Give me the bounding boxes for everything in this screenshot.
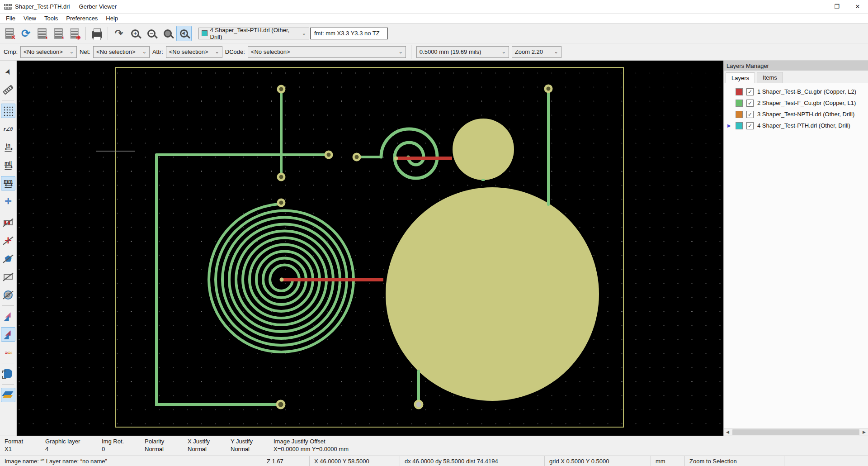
scrollbar-thumb[interactable]: [732, 429, 859, 435]
layer-row-3[interactable]: ✓ 3 Shaper_Test-NPTH.drl (Other, Drill): [724, 109, 868, 120]
active-layer-value: 4 Shaper_Test-PTH.drl (Other, Drill): [210, 27, 299, 40]
chevron-down-icon: ⌄: [215, 49, 219, 55]
filter-toolbar: Cmp: <No selection> ⌄ Net: <No selection…: [0, 43, 868, 61]
chevron-down-icon: ⌄: [502, 49, 506, 55]
gerber-canvas[interactable]: [17, 61, 723, 436]
menu-preferences[interactable]: Preferences: [62, 14, 102, 23]
layers-manager-panel: Layers Manager Layers Items ✓ 1 Shaper_T…: [723, 61, 868, 436]
polygon-slash-icon: ⬟: [2, 253, 14, 265]
layers-horizontal-scrollbar[interactable]: ◀ ▶: [724, 428, 868, 436]
sketch-lines-button[interactable]: ✛: [1, 233, 15, 248]
attr-value: <No selection>: [169, 48, 208, 55]
zoom-level-select[interactable]: Zoom 2.20 ⌄: [512, 46, 561, 58]
layer-color-swatch: [736, 111, 743, 118]
scroll-left-icon[interactable]: ◀: [724, 430, 731, 434]
show-dcodes-button[interactable]: D: [1, 288, 15, 302]
layer-color-swatch: [202, 30, 208, 36]
active-layer-select[interactable]: 4 Shaper_Test-PTH.drl (Other, Drill) ⌄: [198, 28, 309, 39]
layer-visibility-checkbox[interactable]: ✓: [746, 88, 754, 95]
layer-label: 2 Shaper_Test-F_Cu.gbr (Copper, L1): [757, 100, 856, 106]
layer-row-4[interactable]: ▶ ✓ 4 Shaper_Test-PTH.drl (Other, Drill): [724, 120, 868, 131]
polar-coordinates-button[interactable]: r∠θ: [1, 122, 15, 136]
open-job-file-button[interactable]: ⊕: [67, 26, 82, 41]
clear-all-layers-button[interactable]: ✕: [2, 26, 17, 41]
print-button[interactable]: [89, 26, 104, 41]
sketch-flashed-items-button[interactable]: [1, 215, 15, 230]
high-contrast-mode-button[interactable]: ≈≈: [1, 345, 15, 360]
toolbar-separator: [108, 27, 108, 40]
menu-tools[interactable]: Tools: [40, 14, 62, 23]
status-tool-hint: Zoom to Selection: [685, 456, 784, 466]
status-units: mm: [651, 456, 685, 466]
chevron-down-icon: ⌄: [302, 30, 306, 36]
layer-row-1[interactable]: ✓ 1 Shaper_Test-B_Cu.gbr (Copper, L2): [724, 86, 868, 97]
status-grid: grid X 0.5000 Y 0.5000: [545, 456, 651, 466]
cmp-select[interactable]: <No selection> ⌄: [20, 46, 77, 58]
menu-file[interactable]: File: [2, 14, 19, 23]
cursor-shape-button[interactable]: ✛: [1, 194, 15, 209]
measure-tool-button[interactable]: [1, 82, 15, 97]
sketch-polygons-button[interactable]: ⬟: [1, 252, 15, 266]
close-button[interactable]: ✕: [847, 0, 868, 13]
toolbar-separator: [195, 27, 195, 40]
ruler-icon: [3, 85, 14, 95]
toggle-grid-button[interactable]: [1, 104, 15, 118]
display-normal-mode-button[interactable]: ◢◢: [1, 309, 15, 323]
status-relative-position: dx 46.0000 dy 58.5000 dist 74.4194: [400, 456, 545, 466]
tab-layers[interactable]: Layers: [726, 72, 755, 83]
info-label: Img Rot.: [102, 438, 145, 445]
layer-visibility-checkbox[interactable]: ✓: [746, 100, 754, 107]
flip-view-button[interactable]: [1, 366, 15, 381]
select-tool-button[interactable]: ➤: [1, 64, 15, 79]
redraw-view-button[interactable]: ↷: [111, 26, 127, 41]
net-value: <No selection>: [96, 48, 136, 55]
crosshair-cursor-icon: ✛: [5, 196, 11, 206]
menu-bar: File View Tools Preferences Help: [0, 14, 868, 24]
units-mils-button[interactable]: mil⟷: [1, 158, 15, 172]
grid-size-select[interactable]: 0.5000 mm (19.69 mils) ⌄: [416, 46, 509, 58]
maximize-button[interactable]: ❐: [826, 0, 847, 13]
tangent-tick: [481, 179, 485, 181]
open-excellon-drill-files-button[interactable]: ◖: [51, 26, 66, 41]
layer-visibility-checkbox[interactable]: ✓: [746, 122, 754, 129]
units-mm-button[interactable]: mm⟷: [1, 176, 15, 190]
gerber-drawing: [17, 61, 723, 436]
open-gerber-files-button[interactable]: ◖: [34, 26, 50, 41]
gerber-info-bar: FormatX1 Graphic layer4 Img Rot.0 Polari…: [0, 436, 868, 456]
layers-manager-toggle-button[interactable]: [1, 388, 15, 402]
layer-label: 4 Shaper_Test-PTH.drl (Other, Drill): [757, 122, 850, 129]
zoom-to-selection-button[interactable]: ➤: [176, 26, 192, 41]
dcode-select[interactable]: <No selection> ⌄: [248, 46, 406, 58]
title-bar: Shaper_Test-PTH.drl — Gerber Viewer — ❐ …: [0, 0, 868, 14]
menu-help[interactable]: Help: [102, 14, 122, 23]
polar-coords-icon: r∠θ: [4, 126, 13, 132]
toolbar-separator: [2, 212, 14, 212]
attr-select[interactable]: <No selection> ⌄: [166, 46, 222, 58]
rectangle-slash-icon: [2, 271, 14, 283]
layers-stacked-icon: ◢◢: [3, 330, 14, 339]
flashed-items-slash-icon: [2, 217, 14, 228]
menu-view[interactable]: View: [19, 14, 40, 23]
open-badge-icon: ◖: [45, 35, 48, 40]
scroll-right-icon[interactable]: ▶: [860, 430, 868, 434]
info-value: Normal: [231, 446, 274, 452]
show-outlines-button[interactable]: [1, 270, 15, 284]
units-inches-button[interactable]: in⟷: [1, 140, 15, 154]
layer-visibility-checkbox[interactable]: ✓: [746, 111, 754, 118]
zoom-in-button[interactable]: +: [127, 26, 143, 41]
chevron-down-icon: ⌄: [554, 49, 558, 55]
layer-row-2[interactable]: ✓ 2 Shaper_Test-F_Cu.gbr (Copper, L1): [724, 97, 868, 109]
zoom-to-fit-button[interactable]: [160, 26, 175, 41]
reload-all-layers-button[interactable]: ⟳: [18, 26, 33, 41]
minimize-button[interactable]: —: [806, 0, 826, 13]
zoom-out-button[interactable]: −: [144, 26, 159, 41]
selected-layer-arrow: ▶: [727, 123, 732, 128]
chevron-down-icon: ⌄: [399, 49, 403, 55]
layers-normal-icon: ◢◢: [3, 312, 14, 321]
dcode-label: DCode:: [225, 48, 245, 55]
display-stacked-mode-button[interactable]: ◢◢: [1, 327, 15, 342]
tab-items[interactable]: Items: [757, 72, 783, 83]
info-label: Y Justify: [231, 438, 274, 445]
net-select[interactable]: <No selection> ⌄: [93, 46, 150, 58]
flash-pad-small: [453, 119, 514, 180]
